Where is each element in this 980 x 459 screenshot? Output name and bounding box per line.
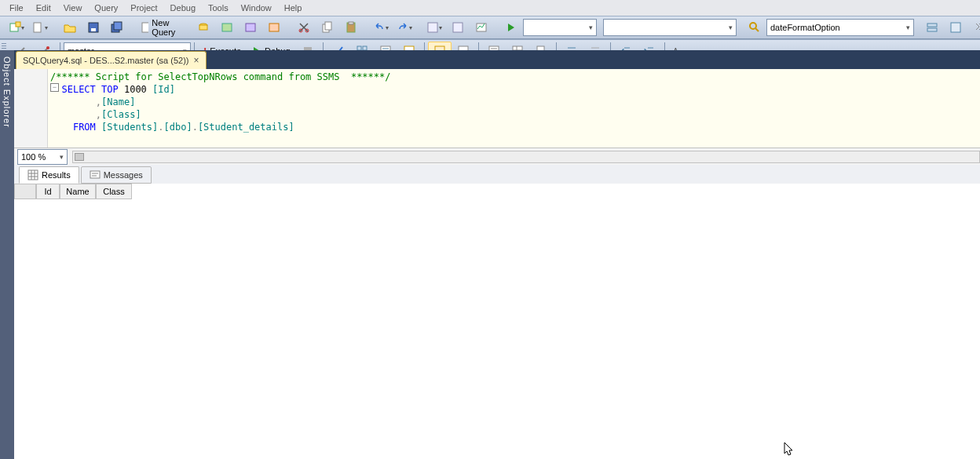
run-button[interactable] bbox=[499, 18, 523, 37]
menu-tools[interactable]: Tools bbox=[202, 2, 235, 14]
svg-rect-45 bbox=[90, 171, 100, 178]
svg-point-23 bbox=[750, 23, 756, 29]
template-button[interactable] bbox=[967, 18, 980, 37]
find-button[interactable] bbox=[743, 18, 766, 37]
new-file-button[interactable]: ▾ bbox=[28, 18, 52, 37]
svg-rect-22 bbox=[477, 24, 486, 31]
svg-rect-6 bbox=[114, 22, 122, 30]
menu-project[interactable]: Project bbox=[124, 2, 163, 14]
tab-results-label: Results bbox=[42, 170, 71, 180]
solution-platform-combo[interactable]: ▾ bbox=[603, 19, 737, 36]
save-button[interactable] bbox=[82, 18, 105, 37]
menu-bar: File Edit View Query Project Debug Tools… bbox=[0, 0, 980, 16]
row-number-header[interactable] bbox=[14, 184, 36, 199]
object-explorer-button[interactable] bbox=[944, 18, 967, 37]
nav-fwd-button[interactable] bbox=[446, 18, 470, 37]
new-project-button[interactable]: ▾ bbox=[5, 18, 28, 37]
svg-rect-1 bbox=[16, 22, 20, 27]
svg-rect-20 bbox=[428, 23, 437, 32]
results-grid[interactable]: Id Name Class bbox=[14, 184, 980, 459]
svg-rect-26 bbox=[951, 23, 960, 32]
menu-query[interactable]: Query bbox=[88, 2, 124, 14]
find-combo[interactable]: dateFormatOption▾ bbox=[766, 19, 914, 36]
horizontal-scrollbar[interactable] bbox=[72, 151, 980, 163]
tab-messages[interactable]: Messages bbox=[81, 166, 152, 184]
menu-window[interactable]: Window bbox=[235, 2, 278, 14]
svg-rect-10 bbox=[199, 25, 207, 30]
paste-button[interactable] bbox=[339, 18, 363, 37]
svg-rect-25 bbox=[927, 28, 937, 31]
dmx-query-button[interactable] bbox=[262, 18, 286, 37]
column-header-name[interactable]: Name bbox=[60, 184, 96, 199]
svg-rect-21 bbox=[453, 23, 463, 32]
svg-rect-12 bbox=[246, 24, 255, 31]
copy-button[interactable] bbox=[316, 18, 339, 37]
svg-rect-19 bbox=[349, 22, 353, 24]
analysis-query-button[interactable] bbox=[215, 18, 239, 37]
results-tabstrip: Results Messages bbox=[14, 165, 980, 184]
document-tab-active[interactable]: SQLQuery4.sql - DES...S2.master (sa (52)… bbox=[16, 51, 207, 69]
undo-button[interactable]: ▾ bbox=[369, 18, 393, 37]
column-header-id[interactable]: Id bbox=[36, 184, 60, 199]
code-content: /****** Script for SelectTopNRows comman… bbox=[50, 71, 390, 133]
document-tab-strip: SQLQuery4.sql - DES...S2.master (sa (52)… bbox=[14, 50, 980, 69]
svg-rect-44 bbox=[28, 170, 38, 180]
open-folder-button[interactable] bbox=[58, 18, 82, 37]
editor-gutter bbox=[14, 69, 48, 157]
tab-messages-label: Messages bbox=[104, 170, 143, 180]
svg-rect-17 bbox=[325, 22, 331, 30]
close-tab-icon[interactable]: × bbox=[194, 55, 199, 66]
editor-footer: 100 %▾ bbox=[14, 148, 980, 166]
tab-results[interactable]: Results bbox=[19, 166, 79, 184]
db-engine-query-button[interactable] bbox=[192, 18, 215, 37]
toolbar-main: ▾ ▾ ✳ New Query ▾ ▾ ▾ ▾ ▾ dateFormatOpti… bbox=[0, 16, 980, 39]
solution-config-combo[interactable]: ▾ bbox=[523, 19, 597, 36]
menu-file[interactable]: File bbox=[3, 2, 30, 14]
messages-icon bbox=[90, 169, 101, 180]
nav-back-button[interactable]: ▾ bbox=[422, 18, 446, 37]
column-header-class[interactable]: Class bbox=[96, 184, 132, 199]
zoom-combo[interactable]: 100 %▾ bbox=[17, 149, 68, 165]
new-query-label: New Query bbox=[152, 18, 180, 37]
new-query-icon: ✳ bbox=[141, 21, 148, 34]
results-header-row: Id Name Class bbox=[14, 184, 980, 198]
svg-rect-4 bbox=[91, 28, 96, 31]
svg-rect-13 bbox=[269, 24, 279, 31]
object-explorer-sidebar-tab[interactable]: Object Explorer bbox=[0, 50, 14, 459]
grid-icon bbox=[27, 169, 38, 180]
menu-edit[interactable]: Edit bbox=[30, 2, 57, 14]
new-query-button[interactable]: ✳ New Query bbox=[135, 18, 185, 37]
registered-servers-button[interactable] bbox=[920, 18, 944, 37]
menu-view[interactable]: View bbox=[57, 2, 89, 14]
redo-button[interactable]: ▾ bbox=[393, 18, 416, 37]
svg-rect-24 bbox=[927, 24, 937, 27]
svg-point-30 bbox=[46, 46, 49, 49]
cut-button[interactable] bbox=[292, 18, 316, 37]
activity-button[interactable] bbox=[470, 18, 493, 37]
mdx-query-button[interactable] bbox=[239, 18, 262, 37]
menu-help[interactable]: Help bbox=[278, 2, 309, 14]
svg-rect-11 bbox=[222, 24, 232, 31]
menu-debug[interactable]: Debug bbox=[164, 2, 202, 14]
save-all-button[interactable] bbox=[105, 18, 129, 37]
svg-rect-2 bbox=[34, 23, 41, 32]
sql-editor[interactable]: − /****** Script for SelectTopNRows comm… bbox=[14, 69, 980, 158]
document-tab-label: SQLQuery4.sql - DES...S2.master (sa (52)… bbox=[23, 56, 189, 65]
